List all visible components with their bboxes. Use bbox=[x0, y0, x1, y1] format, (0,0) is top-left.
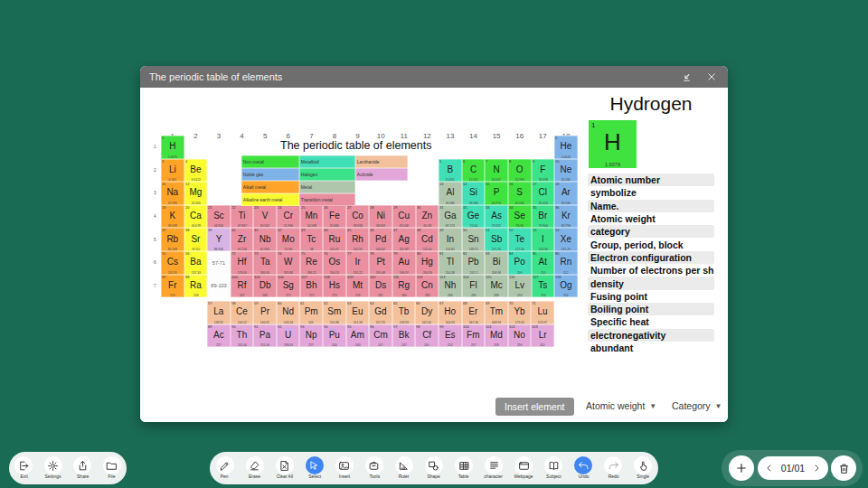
element-cell-Am[interactable]: 95Am243 bbox=[346, 324, 370, 348]
element-cell-Zr[interactable]: 40Zr91.224 bbox=[231, 228, 254, 251]
element-cell-Db[interactable]: 105Db268 bbox=[253, 275, 277, 298]
element-cell-Be[interactable]: 4Be9.0122 bbox=[184, 159, 208, 183]
element-cell-Se[interactable]: 34Se78.96 bbox=[508, 205, 532, 229]
element-cell-Ds[interactable]: 110Ds281 bbox=[369, 275, 392, 298]
element-cell-He[interactable]: 2He4.0026 bbox=[554, 136, 578, 159]
element-cell-Cs[interactable]: 55Cs132.91 bbox=[161, 251, 184, 275]
element-cell-H[interactable]: 1H1.0079 bbox=[161, 136, 184, 159]
insert-element-button[interactable]: Insert element bbox=[495, 398, 574, 416]
element-cell-Ni[interactable]: 28Ni58.693 bbox=[369, 205, 392, 229]
element-cell-Tc[interactable]: 43Tc98 bbox=[300, 228, 324, 251]
element-cell-Rg[interactable]: 111Rg280 bbox=[392, 275, 416, 298]
element-cell-Ag[interactable]: 47Ag107.87 bbox=[392, 228, 416, 251]
element-cell-La[interactable]: 57La138.91 bbox=[207, 301, 231, 324]
ruler-button[interactable]: Ruler bbox=[390, 456, 419, 480]
element-cell-Mn[interactable]: 25Mn54.938 bbox=[300, 205, 324, 229]
element-cell-Zn[interactable]: 30Zn65.38 bbox=[416, 205, 439, 229]
element-cell-Sb[interactable]: 51Sb121.76 bbox=[485, 228, 508, 251]
element-cell-Tm[interactable]: 69Tm168.93 bbox=[485, 301, 508, 324]
next-page-icon[interactable] bbox=[812, 464, 821, 473]
element-cell-Er[interactable]: 68Er167.26 bbox=[462, 301, 486, 324]
erase-button[interactable]: Erase bbox=[241, 456, 269, 480]
element-cell-P[interactable]: 15P30.974 bbox=[485, 182, 508, 205]
pen-button[interactable]: Pen bbox=[211, 456, 240, 480]
element-cell-Np[interactable]: 93Np237 bbox=[299, 324, 323, 348]
element-cell-Si[interactable]: 14Si28.086 bbox=[462, 182, 486, 205]
element-cell-Ta[interactable]: 73Ta180.95 bbox=[253, 251, 277, 275]
element-cell-S[interactable]: 16S32.065 bbox=[508, 182, 532, 205]
atomic-weight-dropdown[interactable]: Atomic weight ▼ bbox=[586, 400, 656, 411]
element-cell-Te[interactable]: 52Te127.60 bbox=[508, 228, 532, 251]
element-cell-Lv[interactable]: 116Lv293 bbox=[508, 275, 532, 298]
element-cell-Pt[interactable]: 78Pt195.08 bbox=[369, 251, 392, 275]
element-cell-Mc[interactable]: 115Mc288 bbox=[485, 275, 508, 298]
single-button[interactable]: Single bbox=[628, 456, 657, 480]
element-cell-Tb[interactable]: 65Tb158.93 bbox=[392, 301, 416, 324]
element-cell-Mg[interactable]: 12Mg24.305 bbox=[184, 182, 208, 205]
file-button[interactable]: File bbox=[98, 456, 127, 480]
element-cell-Cd[interactable]: 48Cd112.41 bbox=[416, 228, 439, 251]
element-cell-Hg[interactable]: 80Hg200.59 bbox=[416, 251, 439, 275]
clear-all-button[interactable]: Clear All bbox=[270, 456, 299, 480]
element-cell-Li[interactable]: 3Li6.941 bbox=[161, 159, 184, 183]
category-dropdown[interactable]: Category ▼ bbox=[672, 400, 722, 411]
element-cell-Br[interactable]: 35Br79.904 bbox=[532, 205, 555, 229]
element-cell-N[interactable]: 7N14.007 bbox=[485, 159, 508, 183]
element-cell-C[interactable]: 6C12.011 bbox=[462, 159, 486, 183]
element-cell-Ba[interactable]: 56Ba137.33 bbox=[184, 251, 208, 275]
element-cell-Bk[interactable]: 97Bk247 bbox=[392, 324, 416, 348]
element-cell-Ar[interactable]: 18Ar39.948 bbox=[554, 182, 578, 205]
character-button[interactable]: character bbox=[479, 456, 508, 480]
element-cell-Kr[interactable]: 36Kr83.798 bbox=[554, 205, 578, 229]
element-cell-Dy[interactable]: 66Dy162.50 bbox=[415, 301, 439, 324]
exit-button[interactable]: Exit bbox=[9, 456, 38, 480]
close-icon[interactable] bbox=[704, 70, 719, 84]
element-cell-Og[interactable]: 118Og294 bbox=[554, 275, 578, 298]
delete-page-button[interactable] bbox=[831, 455, 856, 481]
element-cell-Ce[interactable]: 58Ce140.12 bbox=[231, 301, 254, 324]
element-cell-No[interactable]: 102No259 bbox=[508, 324, 532, 348]
element-cell-Bh[interactable]: 107Bh272 bbox=[300, 275, 324, 298]
element-cell-Re[interactable]: 75Re186.21 bbox=[300, 251, 324, 275]
element-cell-Th[interactable]: 90Th232.04 bbox=[231, 324, 254, 348]
element-cell-Ti[interactable]: 22Ti47.867 bbox=[231, 205, 254, 229]
element-cell-In[interactable]: 49In114.82 bbox=[439, 228, 462, 251]
element-cell-Lu[interactable]: 71Lu174.97 bbox=[531, 301, 554, 324]
webpage-button[interactable]: Webpage bbox=[509, 456, 538, 480]
element-cell-Ts[interactable]: 117Ts294 bbox=[532, 275, 555, 298]
element-cell-Sr[interactable]: 38Sr87.62 bbox=[184, 228, 208, 251]
element-cell-Co[interactable]: 27Co58.933 bbox=[346, 205, 370, 229]
share-button[interactable]: Share bbox=[68, 456, 97, 480]
element-cell-Mt[interactable]: 109Mt276 bbox=[346, 275, 370, 298]
element-cell-Pm[interactable]: 61Pm145 bbox=[299, 301, 323, 324]
element-cell-Sc[interactable]: 21Sc44.956 bbox=[207, 205, 231, 229]
element-cell-Ra[interactable]: 88Ra226 bbox=[184, 275, 208, 298]
element-cell-Ru[interactable]: 44Ru101.07 bbox=[323, 228, 346, 251]
element-cell-Xe[interactable]: 54Xe131.29 bbox=[554, 228, 578, 251]
element-cell-Fe[interactable]: 26Fe55.845 bbox=[323, 205, 346, 229]
element-cell-Pr[interactable]: 59Pr140.91 bbox=[253, 301, 277, 324]
element-cell-Md[interactable]: 101Md258 bbox=[485, 324, 508, 348]
element-cell-Cl[interactable]: 17Cl35.453 bbox=[532, 182, 555, 205]
element-cell-Sn[interactable]: 50Sn118.71 bbox=[462, 228, 486, 251]
table-button[interactable]: Table bbox=[449, 456, 478, 480]
add-page-button[interactable] bbox=[729, 455, 754, 481]
element-cell-Cf[interactable]: 98Cf251 bbox=[415, 324, 439, 348]
element-cell-Au[interactable]: 79Au196.97 bbox=[392, 251, 416, 275]
element-cell-Po[interactable]: 84Po209 bbox=[508, 251, 532, 275]
element-cell-Fr[interactable]: 87Fr223 bbox=[161, 275, 184, 298]
element-cell-Es[interactable]: 99Es252 bbox=[439, 324, 462, 348]
redo-button[interactable]: Redo bbox=[599, 456, 627, 480]
element-cell-Cr[interactable]: 24Cr51.996 bbox=[277, 205, 300, 229]
element-cell-Ac[interactable]: 89Ac227 bbox=[207, 324, 231, 348]
element-cell-Nb[interactable]: 41Nb92.906 bbox=[253, 228, 277, 251]
element-cell-Sg[interactable]: 106Sg271 bbox=[277, 275, 300, 298]
element-cell-Bi[interactable]: 83Bi208.98 bbox=[485, 251, 508, 275]
select-button[interactable]: Select bbox=[300, 456, 329, 480]
element-cell-Ne[interactable]: 10Ne20.180 bbox=[554, 159, 578, 183]
element-cell-Ge[interactable]: 32Ge72.64 bbox=[462, 205, 486, 229]
element-cell-Ho[interactable]: 67Ho164.93 bbox=[439, 301, 462, 324]
element-cell-F[interactable]: 9F18.998 bbox=[532, 159, 555, 183]
element-cell-Sm[interactable]: 62Sm150.36 bbox=[323, 301, 346, 324]
element-cell-At[interactable]: 85At210 bbox=[532, 251, 555, 275]
